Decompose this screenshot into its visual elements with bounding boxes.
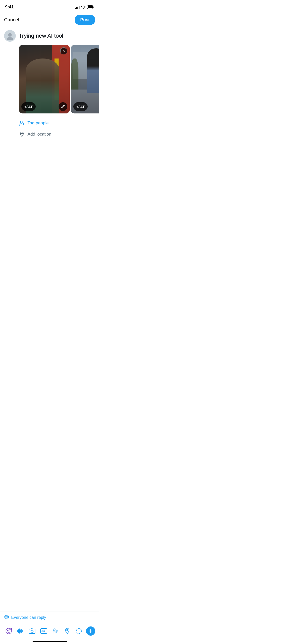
tag-people-row[interactable]: Tag people <box>19 118 95 129</box>
status-time: 9:41 <box>5 5 14 10</box>
image-1: ✕ +ALT <box>19 45 70 113</box>
status-icons <box>75 5 94 9</box>
avatar <box>4 30 16 42</box>
image-2-actions: +ALT <box>71 102 99 111</box>
status-bar: 9:41 <box>0 0 99 13</box>
location-icon <box>19 131 25 137</box>
svg-rect-1 <box>88 6 93 8</box>
image-1-actions: +ALT <box>19 102 70 111</box>
svg-point-5 <box>21 133 22 134</box>
svg-point-3 <box>7 37 13 40</box>
svg-point-2 <box>8 33 12 37</box>
edit-button-1[interactable] <box>59 102 67 111</box>
image-2: ✕ +ALT <box>71 45 99 113</box>
tag-people-icon <box>19 120 25 126</box>
signal-bars-icon <box>75 5 79 9</box>
alt-button-1[interactable]: +ALT <box>21 102 36 111</box>
wifi-icon <box>81 5 86 9</box>
alt-button-2[interactable]: +ALT <box>73 102 88 111</box>
tag-people-label: Tag people <box>28 121 49 126</box>
close-image-1-button[interactable]: ✕ <box>60 47 67 54</box>
add-location-label: Add location <box>28 132 51 137</box>
battery-icon <box>87 5 94 9</box>
top-nav: Cancel Post <box>0 13 99 28</box>
close-icon: ✕ <box>62 49 65 53</box>
post-text-input[interactable]: Trying new AI tool <box>19 30 95 40</box>
svg-point-4 <box>20 121 22 123</box>
post-button[interactable]: Post <box>75 15 95 25</box>
composer: Trying new AI tool <box>0 28 99 42</box>
add-location-row[interactable]: Add location <box>19 129 95 140</box>
images-row: ✕ +ALT <box>19 45 99 113</box>
cancel-button[interactable]: Cancel <box>4 17 19 23</box>
meta-actions: Tag people Add location <box>19 118 99 140</box>
